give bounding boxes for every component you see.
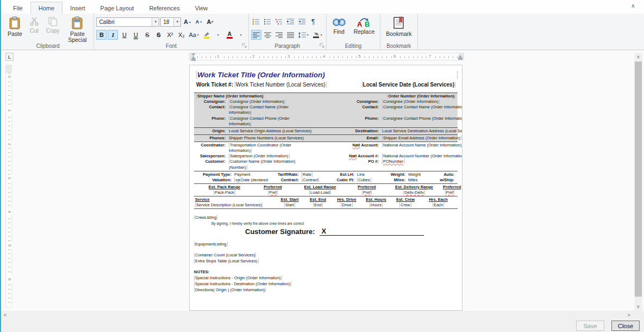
miles-field[interactable]: Miles xyxy=(408,177,433,183)
est-end-field[interactable]: End xyxy=(313,202,322,207)
font-size-dropdown-icon[interactable]: ▼ xyxy=(173,18,180,26)
font-name-combobox[interactable]: Calibri ▼ xyxy=(96,17,159,27)
order-number-field[interactable]: Order Number (Order Information) xyxy=(387,94,455,99)
line-field[interactable]: Line xyxy=(357,172,380,177)
shading-button[interactable]: ▼ xyxy=(311,30,324,40)
contract-field[interactable]: Contract xyxy=(302,177,319,182)
crew-listing-field[interactable]: CrewListing xyxy=(194,215,217,220)
tab-view[interactable]: View xyxy=(187,2,216,14)
local-service-date-field[interactable]: Local Service Date (Local Services) xyxy=(362,82,455,88)
equipment-listing-field[interactable]: EquipmentListing xyxy=(194,242,228,247)
directions-origin-field[interactable]: Directions( Origin ) (Order Information) xyxy=(194,287,266,292)
tab-file[interactable]: File xyxy=(5,2,30,14)
customer-name-field[interactable]: Customer Name (Order Information)(Number… xyxy=(229,159,295,169)
shipper-name-field[interactable]: Shipper Name (Order Information) xyxy=(196,94,264,99)
right-indent-marker[interactable] xyxy=(458,55,462,60)
load-range-field[interactable]: Load-Load xyxy=(309,190,331,195)
tab-stop-selector[interactable]: L xyxy=(5,53,14,61)
multilevel-list-button[interactable] xyxy=(274,17,284,27)
italic-button[interactable]: I xyxy=(108,30,118,40)
align-center-button[interactable] xyxy=(262,30,273,40)
est-crew-field[interactable]: Crew xyxy=(399,202,411,207)
shrink-font-button[interactable]: A▼ xyxy=(193,17,204,27)
bullet-list-button[interactable] xyxy=(251,17,261,27)
hrs-each-field[interactable]: Each xyxy=(433,202,444,207)
shipper-phones-field[interactable]: Shipper Phone Numbers (Local Services) xyxy=(229,136,344,141)
numbered-list-button[interactable] xyxy=(262,17,273,27)
close-button[interactable]: Close xyxy=(611,321,640,331)
valuation-rate-field[interactable]: rate (declared) xyxy=(242,177,268,182)
align-right-button[interactable] xyxy=(274,30,284,40)
tab-insert[interactable]: Insert xyxy=(62,2,93,14)
valuation-field[interactable]: val xyxy=(234,177,242,182)
consignor-phone-field[interactable]: Consignor Contact Phone (Order Informati… xyxy=(229,116,290,126)
origin-address-field[interactable]: Local Service Origin Address (Local Serv… xyxy=(229,128,344,134)
weight-field[interactable]: Weight xyxy=(408,172,433,177)
highlight-color-button[interactable] xyxy=(202,30,212,40)
change-case-button[interactable]: Aa▼ xyxy=(187,30,200,40)
shipper-email-field[interactable]: Shipper Email Address (Order Information… xyxy=(382,136,461,140)
document-page[interactable]: Work Ticket Title (Order Information) Wo… xyxy=(189,65,462,311)
natl-account-number-field[interactable]: National Account Number (Order Informati… xyxy=(382,153,462,158)
clear-formatting-button[interactable]: A◤ xyxy=(205,17,215,27)
font-color-dropdown-icon[interactable]: ▼ xyxy=(236,30,246,40)
po-number-field[interactable]: PONumber xyxy=(382,159,405,164)
decrease-indent-button[interactable] xyxy=(285,17,296,27)
cubes-field[interactable]: Cubes xyxy=(357,177,371,182)
consignor-field[interactable]: Consignor (Order Information) xyxy=(229,99,285,104)
grow-font-button[interactable]: A▲ xyxy=(182,17,192,27)
save-button[interactable]: Save xyxy=(576,321,604,331)
natl-account-name-field[interactable]: National Account Name (Order Information… xyxy=(382,143,462,147)
est-hours-field[interactable]: Hours xyxy=(370,202,383,207)
double-strikethrough-button[interactable]: S xyxy=(153,30,164,40)
font-size-combobox[interactable]: 18 ▼ xyxy=(160,17,181,27)
doc-title-field[interactable]: Work Ticket Title (Order Information) xyxy=(196,71,458,79)
load-preferred-field[interactable]: Pref xyxy=(362,190,372,195)
delivery-range-field[interactable]: Deliv-Deliv xyxy=(403,190,425,195)
scroll-down-icon[interactable]: ∨ xyxy=(634,303,642,311)
consignor-contact-field[interactable]: Consignor Contact Name (Order Informatio… xyxy=(229,104,289,115)
vertical-scrollbar-thumb[interactable] xyxy=(635,62,642,297)
paragraph-dialog-launcher-icon[interactable] xyxy=(320,43,325,48)
pack-range-field[interactable]: Pack-Pack xyxy=(214,190,235,195)
consignee-field[interactable]: Consignee (Order Information) xyxy=(382,99,440,104)
scroll-up-icon[interactable]: ∧ xyxy=(634,53,642,61)
scroll-left-icon[interactable]: < xyxy=(1,312,9,318)
consignee-phone-field[interactable]: Consignee Contact Phone (Order Informati… xyxy=(382,116,462,121)
show-formatting-marks-button[interactable]: ¶ xyxy=(308,17,318,27)
est-start-field[interactable]: Start xyxy=(284,202,295,207)
left-indent-marker[interactable] xyxy=(191,53,196,61)
tab-page-layout[interactable]: Page Layout xyxy=(93,2,142,14)
highlight-dropdown-icon[interactable]: ▼ xyxy=(213,30,223,40)
special-instructions-origin-field[interactable]: Special Instructions - Origin (Order Inf… xyxy=(194,275,282,280)
superscript-button[interactable]: X² xyxy=(165,30,175,40)
salesperson-field[interactable]: Salesperson (Order Information) xyxy=(229,153,290,158)
container-count-field[interactable]: Container Count (Local Services) xyxy=(194,253,256,257)
extra-stops-field[interactable]: Extra Stops Table (Local Services) xyxy=(194,259,259,263)
vertical-scrollbar[interactable]: ∧ ∨ xyxy=(634,53,642,311)
rate-field[interactable]: Rate xyxy=(302,172,312,177)
payment-field[interactable]: Payment xyxy=(234,172,268,177)
subscript-button[interactable]: X₂ xyxy=(176,30,186,40)
underline-button[interactable]: U xyxy=(119,30,129,40)
ribbon-collapse-icon[interactable]: ∧ xyxy=(629,3,637,9)
scroll-right-icon[interactable]: > xyxy=(625,312,633,318)
align-left-button[interactable] xyxy=(251,30,261,40)
line-spacing-button[interactable]: ▼ xyxy=(297,30,310,40)
coordinator-field[interactable]: Transportation Coordinator (Order Inform… xyxy=(229,143,291,153)
font-name-dropdown-icon[interactable]: ▼ xyxy=(152,18,159,26)
work-ticket-number-field[interactable]: Work Ticket Number (Local Services) xyxy=(235,82,327,88)
bold-button[interactable]: B xyxy=(96,30,107,40)
delivery-preferred-field[interactable]: Pref xyxy=(445,190,455,195)
font-dialog-launcher-icon[interactable] xyxy=(242,43,247,48)
strikethrough-button[interactable]: S xyxy=(142,30,152,40)
horizontal-scrollbar[interactable]: < > xyxy=(1,311,633,319)
hrs-drive-field[interactable]: Drive xyxy=(341,202,353,207)
justify-button[interactable] xyxy=(285,30,296,40)
destination-address-field[interactable]: Local Service Destination Address (Local… xyxy=(382,128,462,134)
double-underline-button[interactable]: U xyxy=(130,30,141,40)
tab-home[interactable]: Home xyxy=(30,2,62,14)
pack-preferred-field[interactable]: Pref xyxy=(268,190,278,195)
font-color-button[interactable]: A xyxy=(224,30,235,40)
tab-references[interactable]: References xyxy=(141,2,187,14)
